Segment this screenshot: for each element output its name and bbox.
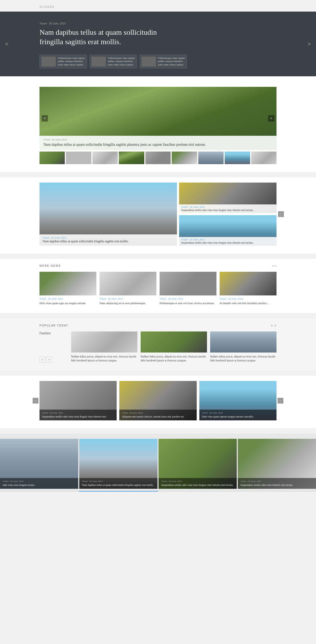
- more-news-prev[interactable]: <: [272, 264, 274, 268]
- hero-cat-date: Travel - 30 June, 2014: [39, 22, 276, 25]
- card-cat-1: Travel · 30 June, 2014: [42, 412, 114, 414]
- card-item-3[interactable]: Travel · 30 June, 2014 Duis vitae quam e…: [199, 381, 276, 420]
- image-slider-section: < Travel · 30 June, 2014 Nam dapibus tel…: [0, 82, 316, 172]
- hero-thumbs: Pellantesque vitae sapien pellan- tesque…: [39, 55, 276, 68]
- card-caption-2: Travel · 30 June, 2014 Aliquam non mauri…: [119, 410, 196, 420]
- hero-thumb-img-2: [91, 57, 106, 67]
- news-card-img-4: [220, 272, 276, 295]
- panel-caption-3: Travel · 30 June, 2014 Suspendisse molli…: [159, 478, 237, 489]
- separator-2: [0, 172, 316, 177]
- panel-title-1: odio vitae risus feugiat lacinia.: [3, 483, 76, 487]
- panel-item-2[interactable]: Travel · 30 June, 2014 Nam dapibus tellu…: [79, 439, 157, 489]
- three-arrow-right[interactable]: >: [278, 398, 283, 404]
- news-card-cat-3: Travel · 30 June, 2014: [160, 298, 216, 300]
- popular-content: Fashion < > Nullam tellus purus, aliquet…: [39, 331, 276, 363]
- img-slider-arrow-left[interactable]: <: [42, 115, 48, 122]
- panel-title-3: Suspendisse mollis odio vitae risus feug…: [161, 483, 234, 487]
- popular-sidebar: Fashion < >: [39, 331, 71, 363]
- hero-slider: < Travel - 30 June, 2014 Nam dapibus tel…: [0, 12, 316, 76]
- split-side: Travel · 30 June, 2014 Suspendisse molli…: [179, 183, 276, 246]
- panel-title-2: Nam dapibus tellus at quam sollicitudin …: [82, 483, 155, 487]
- split-side-cat-1: Travel · 30 June, 2014: [181, 206, 274, 208]
- three-arrow-left[interactable]: <: [33, 398, 38, 404]
- popular-category: Fashion: [39, 331, 71, 335]
- popular-item-3[interactable]: Nullam tellus purus, aliquet eu eros non…: [210, 331, 276, 363]
- card-img-2: Travel · 30 June, 2014 Aliquam non mauri…: [119, 381, 196, 420]
- popular-arrow-prev[interactable]: <: [39, 357, 45, 363]
- panel-caption-2: Travel · 30 June, 2014 Nam dapibus tellu…: [79, 478, 157, 489]
- news-card-cat-4: Travel · 30 June, 2014: [220, 298, 276, 300]
- panel-item-4[interactable]: Travel · 30 June, 2014 Suspendisse molli…: [238, 439, 316, 489]
- split-main-image: Travel · 30 June, 2014 Nam dapibus tellu…: [39, 183, 177, 246]
- three-card-section: < Travel · 30 June, 2014 Suspendisse mol…: [0, 376, 316, 428]
- card-item-1[interactable]: Travel · 30 June, 2014 Suspendisse molli…: [39, 381, 117, 420]
- thumb-strip-5[interactable]: [145, 152, 171, 164]
- scrollbar-track: [0, 491, 316, 492]
- hero-arrow-left[interactable]: <: [5, 41, 8, 47]
- news-card-cat-2: Travel · 30 June, 2014: [100, 298, 156, 300]
- hero-thumb-img-1: [41, 57, 56, 67]
- panel-caption-1: Travel · 30 June, 2014 odio vitae risus …: [0, 478, 78, 489]
- page-section-label: SLIDERS: [39, 6, 55, 8]
- scroll-active: [79, 491, 158, 492]
- thumb-strip-2[interactable]: [66, 152, 91, 164]
- popular-arrows: < >: [39, 357, 71, 363]
- thumb-strip-7[interactable]: [198, 152, 224, 164]
- three-card-wrapper: < Travel · 30 June, 2014 Suspendisse mol…: [39, 381, 276, 420]
- popular-item-2[interactable]: Nullam tellus purus, aliquet eu eros non…: [141, 331, 207, 363]
- popular-img-1: [71, 331, 137, 353]
- split-arrow-right[interactable]: >: [278, 211, 284, 217]
- thumb-strip-6[interactable]: [172, 152, 197, 164]
- slide-cat-date: Travel · 30 June, 2014: [43, 138, 273, 141]
- hero-arrow-right[interactable]: >: [308, 41, 311, 47]
- hero-thumb-text-1: Pellantesque vitae sapien pellan- tesque…: [58, 57, 85, 67]
- popular-nav-up[interactable]: ∧: [271, 324, 273, 328]
- news-card-img-3: [160, 272, 216, 295]
- popular-nav-down[interactable]: ∨: [274, 324, 276, 328]
- popular-title: POPULAR TODAY: [39, 324, 68, 327]
- card-title-1: Suspendisse mollis odio vitae risus feug…: [42, 415, 114, 418]
- thumb-strip-1[interactable]: [39, 152, 65, 164]
- panel-caption-4: Travel · 30 June, 2014 Suspendisse molli…: [238, 478, 316, 489]
- split-side-item-1: Travel · 30 June, 2014 Suspendisse molli…: [179, 183, 276, 213]
- img-slider-arrow-right[interactable]: >: [268, 115, 274, 122]
- thumb-strip-8[interactable]: [225, 152, 250, 164]
- popular-img-3: [210, 331, 276, 353]
- split-side-img-1: Travel · 30 June, 2014 Suspendisse molli…: [179, 183, 276, 213]
- main-slider-image: < Travel · 30 June, 2014 Nam dapibus tel…: [39, 87, 276, 150]
- panel-item-3[interactable]: Travel · 30 June, 2014 Suspendisse molli…: [159, 439, 237, 489]
- thumb-strip-4[interactable]: [119, 152, 144, 164]
- hero-thumb-2[interactable]: Pellentesque vitae sapien pellan- tesque…: [90, 55, 137, 68]
- hero-thumb-1[interactable]: Pellantesque vitae sapien pellan- tesque…: [39, 55, 87, 68]
- split-main-cat-date: Travel · 30 June, 2014: [43, 237, 174, 239]
- thumb-strip-3[interactable]: [92, 152, 118, 164]
- popular-arrow-next[interactable]: >: [46, 357, 52, 363]
- news-card-1[interactable]: Travel · 30 June, 2014 Duis vitae quam e…: [39, 272, 96, 305]
- card-title-2: Aliquam non mauris ultrices, rutrum lacu…: [122, 415, 194, 418]
- split-main-caption: Travel · 30 June, 2014 Nam dapibus tellu…: [39, 234, 177, 246]
- more-news-next[interactable]: >: [275, 264, 276, 268]
- split-slider-section: Travel · 30 June, 2014 Nam dapibus tellu…: [0, 177, 316, 254]
- card-caption-3: Travel · 30 June, 2014 Duis vitae quam e…: [199, 410, 276, 420]
- split-main-title: Nam dapibus tellus at quam sollicitudin …: [43, 239, 174, 244]
- news-card-2[interactable]: Travel · 30 June, 2014 Nam adipiscing mi…: [100, 272, 156, 305]
- panel-cat-3: Travel · 30 June, 2014: [161, 480, 234, 482]
- news-card-4[interactable]: Travel · 30 June, 2014 In blandit velit …: [220, 272, 276, 305]
- panel-item-1[interactable]: Travel · 30 June, 2014 odio vitae risus …: [0, 439, 78, 489]
- card-cat-3: Travel · 30 June, 2014: [202, 412, 274, 414]
- thumb-strip-9[interactable]: [251, 152, 276, 164]
- hero-thumb-3[interactable]: Pellantesque vitae sapien pellan- tesque…: [140, 55, 187, 68]
- more-news-title: MORE NEWS: [39, 264, 61, 267]
- split-side-caption-1: Travel · 30 June, 2014 Suspendisse molli…: [179, 204, 276, 213]
- hero-thumb-img-3: [141, 57, 156, 67]
- split-side-img-2: Travel · 30 June, 2014 Suspendisse molli…: [179, 215, 276, 246]
- split-side-title-1: Suspendisse mollis odio vitae risus feug…: [181, 208, 274, 212]
- popular-item-1[interactable]: Nullam tellus purus, aliquet eu eros non…: [71, 331, 137, 363]
- split-side-caption-2: Travel · 30 June, 2014 Suspendisse molli…: [179, 237, 276, 246]
- card-item-2[interactable]: Travel · 30 June, 2014 Aliquam non mauri…: [119, 381, 196, 420]
- slide-caption: Travel · 30 June, 2014 Nam dapibus tellu…: [39, 136, 276, 150]
- scroll-inactive-1: [0, 491, 79, 492]
- card-cat-2: Travel · 30 June, 2014: [122, 412, 194, 414]
- news-card-3[interactable]: Travel · 30 June, 2014 Pellentesque et s…: [160, 272, 216, 305]
- more-news-nav[interactable]: < >: [272, 264, 276, 268]
